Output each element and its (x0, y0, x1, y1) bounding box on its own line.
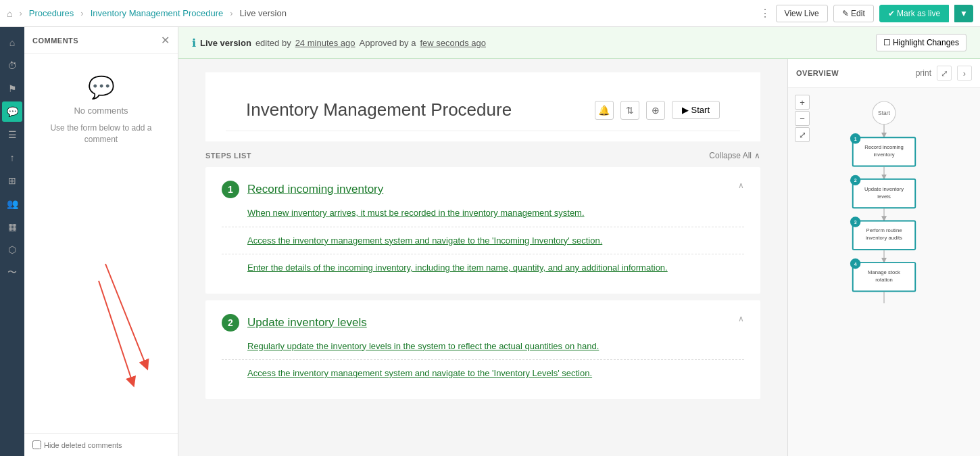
flowchart-start-label: Start (878, 110, 891, 116)
edited-time: 24 minutes ago (295, 38, 356, 48)
sidebar-item-grid[interactable]: ⊞ (2, 170, 22, 191)
step-title-row-2: 2 Update inventory levels ∧ (222, 314, 744, 332)
comments-footer: Hide deleted comments (24, 433, 178, 456)
step-desc-2-0[interactable]: Regularly update the inventory levels in… (222, 340, 744, 353)
zoom-out-button[interactable]: − (795, 111, 810, 126)
step-desc-1-2[interactable]: Enter the details of the incoming invent… (222, 261, 744, 275)
step-name-2[interactable]: Update inventory levels (247, 316, 367, 329)
breadcrumb-procedures[interactable]: Procedures (29, 8, 74, 18)
document-area: Inventory Management Procedure 🔔 ⇅ ⊕ ▶ S… (178, 59, 980, 456)
no-comments-text: No comments (74, 106, 128, 116)
flowchart-badge-label-3: 3 (854, 220, 857, 225)
top-nav: ⌂ › Procedures › Inventory Management Pr… (0, 0, 980, 27)
svg-line-1 (105, 264, 146, 365)
sidebar-item-clock[interactable]: ⏱ (2, 55, 22, 76)
comment-hint: Use the form below to add a comment (38, 122, 164, 145)
overview-title: OVERVIEW (796, 69, 839, 77)
step-desc-2-1[interactable]: Access the inventory management system a… (222, 367, 744, 380)
document-header-block: Inventory Management Procedure 🔔 ⇅ ⊕ ▶ S… (205, 72, 760, 141)
step-name-1[interactable]: Record incoming inventory (247, 183, 383, 196)
document-header: Inventory Management Procedure 🔔 ⇅ ⊕ ▶ S… (226, 86, 740, 131)
hide-deleted-checkbox[interactable] (32, 440, 41, 449)
nav-actions: ⋮ View Live ✎ Edit ✔ Mark as live ▼ (760, 5, 973, 22)
bell-icon[interactable]: 🔔 (595, 101, 614, 120)
notification-left: ℹ Live version edited by 24 minutes ago … (192, 37, 486, 49)
breadcrumb-current: Live version (240, 8, 287, 18)
sidebar-item-bar-chart[interactable]: ▦ (2, 216, 22, 237)
live-version-label: Live version (200, 38, 251, 48)
flowchart-area: + − ⤢ Start (788, 88, 980, 456)
arrow-annotation-1 (45, 274, 153, 409)
expand-overview-button[interactable]: ⤢ (937, 66, 952, 81)
print-button[interactable]: print (916, 68, 931, 78)
step-collapse-1[interactable]: ∧ (738, 181, 744, 190)
arrow-annotation-2 (51, 257, 160, 379)
breadcrumb-procedure-name[interactable]: Inventory Management Procedure (91, 8, 224, 18)
comments-body: 💬 No comments Use the form below to add … (24, 54, 178, 254)
document-title: Inventory Management Procedure (246, 99, 512, 120)
flowchart-controls: + − ⤢ (795, 95, 810, 142)
close-comments-button[interactable]: ✕ (161, 34, 170, 47)
breadcrumb-sep-2: › (80, 8, 83, 18)
next-overview-button[interactable]: › (957, 66, 972, 81)
flowchart-node-label-1a: Record incoming (864, 144, 904, 150)
sidebar-item-flag[interactable]: ⚑ (2, 78, 22, 99)
notification-bar: ℹ Live version edited by 24 minutes ago … (178, 27, 980, 59)
approved-by-text: Approved by a (360, 38, 416, 48)
sort-icon[interactable]: ⇅ (620, 101, 639, 120)
step-divider-1-1 (222, 254, 744, 254)
sidebar-item-home[interactable]: ⌂ (2, 32, 22, 53)
edited-by-text: edited by (255, 38, 291, 48)
zoom-in-button[interactable]: + (795, 95, 810, 110)
view-live-button[interactable]: View Live (776, 5, 828, 22)
step-number-1: 1 (222, 181, 239, 198)
overview-header: OVERVIEW print ⤢ › (788, 59, 980, 88)
sidebar-item-tag[interactable]: ⬡ (2, 240, 22, 260)
sidebar-item-list[interactable]: ☰ (2, 124, 22, 145)
start-button[interactable]: ▶ Start (672, 101, 720, 119)
flowchart-node-label-2b: levels (877, 193, 891, 200)
sidebar-item-comments[interactable]: 💬 (2, 101, 22, 122)
step-divider-1-0 (222, 227, 744, 227)
flowchart-node-label-4b: rotation (875, 277, 893, 283)
step-collapse-2[interactable]: ∧ (738, 314, 744, 323)
collapse-icon: ∧ (754, 151, 760, 160)
mark-as-live-dropdown[interactable]: ▼ (954, 5, 973, 22)
overview-panel: OVERVIEW print ⤢ › + − ⤢ (787, 59, 980, 456)
globe-icon[interactable]: ⊕ (646, 101, 665, 120)
flowchart-node-label-1b: inventory (873, 152, 894, 158)
document-main: Inventory Management Procedure 🔔 ⇅ ⊕ ▶ S… (178, 59, 787, 456)
flowchart-node-label-4a: Manage stock (868, 269, 900, 275)
flowchart-node-label-3b: inventory audits (866, 235, 902, 241)
mark-as-live-button[interactable]: ✔ Mark as live (879, 5, 949, 22)
step-desc-1-1[interactable]: Access the inventory management system a… (222, 234, 744, 248)
fit-button[interactable]: ⤢ (795, 127, 810, 142)
icon-sidebar: ⌂ ⏱ ⚑ 💬 ☰ ↑ ⊞ 👥 ▦ ⬡ 〜 (0, 27, 24, 456)
hide-deleted-label[interactable]: Hide deleted comments (32, 440, 122, 449)
comments-header: COMMENTS ✕ (24, 27, 178, 54)
edit-button[interactable]: ✎ Edit (833, 5, 874, 22)
info-icon: ℹ (192, 37, 196, 49)
svg-line-0 (99, 281, 132, 382)
sidebar-item-upload[interactable]: ↑ (2, 147, 22, 168)
comments-title: COMMENTS (32, 37, 78, 45)
breadcrumb-sep-1: › (19, 8, 22, 18)
main-body: ⌂ ⏱ ⚑ 💬 ☰ ↑ ⊞ 👥 ▦ ⬡ 〜 COMMENTS ✕ 💬 No co… (0, 27, 980, 456)
step-title-row-1: 1 Record incoming inventory ∧ (222, 181, 744, 198)
main-content: ℹ Live version edited by 24 minutes ago … (178, 27, 980, 456)
sidebar-item-wave[interactable]: 〜 (2, 263, 22, 283)
more-options-icon[interactable]: ⋮ (760, 7, 770, 20)
approved-time: few seconds ago (420, 38, 486, 48)
collapse-all-button[interactable]: Collapse All ∧ (709, 151, 760, 160)
flowchart-node-label-2a: Update inventory (864, 186, 904, 192)
step-item-2: 2 Update inventory levels ∧ Regularly up… (205, 300, 760, 399)
steps-list-header: STEPS LIST Collapse All ∧ (205, 141, 760, 167)
home-icon[interactable]: ⌂ (7, 8, 12, 19)
sidebar-item-users[interactable]: 👥 (2, 193, 22, 214)
highlight-changes-button[interactable]: ☐ Highlight Changes (876, 34, 966, 51)
step-desc-1-0[interactable]: When new inventory arrives, it must be r… (222, 206, 744, 220)
step-title-left-2: 2 Update inventory levels (222, 314, 367, 332)
flowchart-svg: Start 1 Record incoming inventory (795, 95, 973, 449)
steps-list-label: STEPS LIST (205, 152, 251, 160)
step-title-left-1: 1 Record incoming inventory (222, 181, 383, 198)
